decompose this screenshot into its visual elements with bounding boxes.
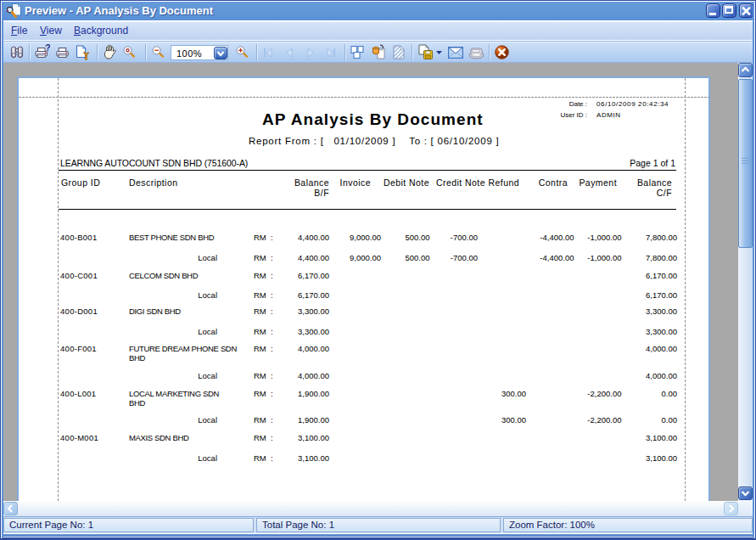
svg-text:?: ? [45,44,50,53]
